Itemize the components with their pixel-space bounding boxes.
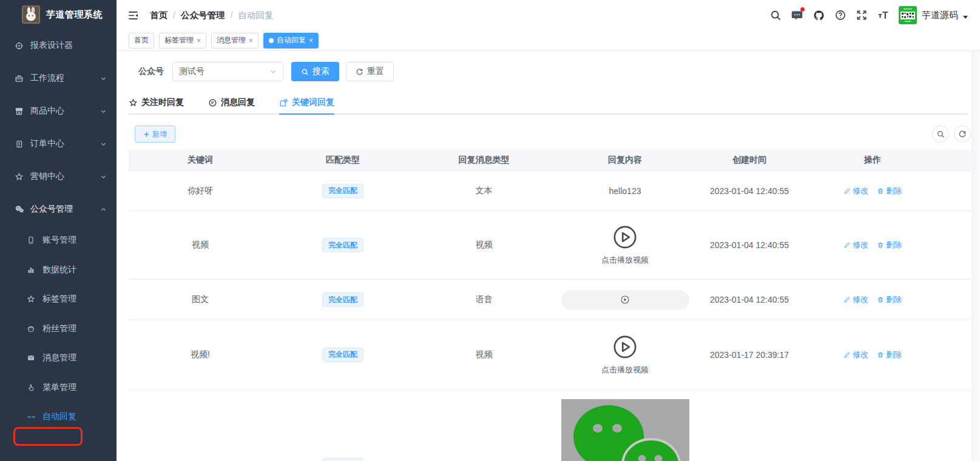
tag-home[interactable]: 首页 [129, 33, 154, 49]
col-header-reply-content: 回复内容 [554, 150, 696, 170]
sidebar-item-product-center[interactable]: 商品中心 [0, 95, 117, 127]
sidebar-subitem-tag-mgmt[interactable]: 标签管理 [0, 284, 117, 314]
col-header-actions: 操作 [803, 150, 942, 170]
star-icon [129, 98, 138, 107]
chevron-down-icon [269, 68, 277, 75]
account-select[interactable]: 测试号 [172, 62, 283, 81]
add-button[interactable]: 新增 [135, 126, 175, 143]
sidebar-fold-icon[interactable] [127, 10, 139, 21]
breadcrumb-section[interactable]: 公众号管理 [181, 10, 225, 21]
tab-label: 关键词回复 [292, 97, 334, 108]
delete-link[interactable]: 删除 [877, 186, 902, 197]
sidebar-subitem-menu-mgmt[interactable]: 菜单管理 [0, 373, 117, 403]
chevron-down-icon [100, 173, 107, 180]
sidebar-subitem-message-mgmt[interactable]: 消息管理 [0, 343, 117, 373]
refresh-table-button[interactable] [954, 126, 971, 143]
delete-link[interactable]: 删除 [877, 294, 902, 305]
tag-label-mgmt[interactable]: 标签管理 × [159, 33, 206, 49]
sidebar: 芋道管理系统 支付管理 报表设计器 工作流程 商品中心 订单中心 [0, 0, 117, 461]
edit-link[interactable]: 修改 [843, 294, 868, 305]
user-menu[interactable]: 芋道源码 [899, 6, 968, 24]
search-button[interactable]: 搜索 [291, 62, 339, 81]
close-icon[interactable]: × [309, 37, 313, 44]
sidebar-item-report-designer[interactable]: 报表设计器 [0, 29, 117, 62]
toggle-search-button[interactable] [932, 126, 949, 143]
chevron-down-icon [100, 75, 107, 82]
tab-follow-reply[interactable]: 关注时回复 [129, 97, 184, 113]
tag-auto-reply[interactable]: 自动回复 × [263, 33, 319, 49]
sidebar-menu: 支付管理 报表设计器 工作流程 商品中心 订单中心 营销中心 [0, 0, 117, 432]
close-icon[interactable]: × [197, 37, 201, 44]
breadcrumb-home[interactable]: 首页 [150, 10, 167, 21]
sidebar-subitem-label: 标签管理 [42, 294, 76, 305]
font-size-icon[interactable] [877, 9, 890, 21]
cell-keyword [129, 389, 272, 461]
breadcrumb-current: 自动回复 [238, 10, 274, 21]
github-icon[interactable] [813, 9, 825, 22]
play-video-icon[interactable] [612, 334, 638, 360]
edit-link[interactable]: 修改 [843, 240, 868, 251]
notification-badge [800, 7, 805, 12]
app-logo-row[interactable]: 芋道管理系统 [0, 0, 117, 29]
page-content: 公众号 测试号 搜索 重置 关注时回复 消息回复 [117, 51, 980, 461]
tab-keyword-reply[interactable]: 关键词回复 [279, 97, 334, 113]
close-icon[interactable]: × [249, 37, 253, 44]
wechat-icon [15, 204, 24, 214]
cell-keyword: 你好呀 [129, 171, 272, 210]
message-icon[interactable] [791, 9, 803, 22]
match-type-tag: 完全匹配 [322, 458, 363, 461]
search-icon [301, 68, 309, 76]
refresh-icon [356, 68, 363, 76]
delete-link[interactable]: 删除 [877, 349, 902, 360]
search-icon[interactable] [769, 9, 782, 21]
sidebar-subitem-account-mgmt[interactable]: 账号管理 [0, 226, 117, 255]
cell-reply-content [554, 280, 696, 320]
fullscreen-icon[interactable] [856, 9, 868, 21]
plus-icon [143, 131, 150, 138]
sidebar-subitem-data-stats[interactable]: 数据统计 [0, 255, 117, 285]
scrollbar-gutter[interactable] [972, 51, 980, 461]
user-name: 芋道源码 [922, 10, 958, 21]
sidebar-item-workflow[interactable]: 工作流程 [0, 62, 117, 95]
caret-down-icon [963, 16, 968, 19]
match-type-tag: 完全匹配 [322, 238, 363, 252]
briefcase-icon [15, 74, 24, 83]
sidebar-subitem-label: 菜单管理 [42, 382, 76, 393]
tab-message-reply[interactable]: 消息回复 [208, 97, 255, 113]
tag-label: 首页 [134, 35, 149, 45]
app-title: 芋道管理系统 [46, 9, 103, 21]
bar-chart-icon [27, 266, 36, 274]
sidebar-subitem-label: 账号管理 [42, 235, 76, 246]
topbar-actions: 芋道源码 [769, 6, 968, 24]
sidebar-subitem-label: 自动回复 [42, 411, 76, 422]
wechat-image-thumbnail[interactable] [561, 399, 689, 461]
sidebar-subitem-label: 数据统计 [42, 264, 76, 275]
edit-link[interactable]: 修改 [843, 349, 868, 360]
sidebar-item-label: 订单中心 [30, 138, 100, 149]
sidebar-subitem-fans-mgmt[interactable]: 粉丝管理 [0, 314, 117, 344]
sidebar-item-marketing-center[interactable]: 营销中心 [0, 160, 117, 193]
chevron-down-icon [100, 141, 107, 147]
cell-created-time: 2023-01-04 12:40:55 [696, 211, 803, 279]
audio-player[interactable] [561, 290, 689, 310]
col-header-created-time: 创建时间 [696, 150, 803, 170]
play-video-icon[interactable] [612, 224, 638, 250]
reset-button[interactable]: 重置 [346, 62, 394, 81]
breadcrumb: 首页 / 公众号管理 / 自动回复 [150, 10, 274, 21]
cell-reply-type: 视频 [414, 320, 554, 389]
cell-reply-content: hello123 [554, 171, 696, 210]
delete-link[interactable]: 删除 [877, 240, 902, 251]
store-icon [15, 107, 24, 116]
cell-reply-content [554, 389, 696, 461]
sidebar-item-order-center[interactable]: 订单中心 [0, 127, 117, 160]
sidebar-subitem-auto-reply[interactable]: 自动回复 [0, 402, 117, 432]
sidebar-item-wechat-mgmt[interactable]: 公众号管理 [0, 193, 117, 226]
edit-link[interactable]: 修改 [843, 186, 868, 197]
match-type-tag: 完全匹配 [322, 184, 363, 198]
account-select-value: 测试号 [179, 66, 204, 77]
tag-message-mgmt[interactable]: 消息管理 × [211, 33, 259, 49]
match-type-tag: 完全匹配 [322, 348, 363, 362]
tab-label: 消息回复 [221, 97, 255, 108]
help-icon[interactable] [834, 9, 847, 21]
cell-created-time: 2023-01-04 12:40:55 [696, 171, 803, 210]
